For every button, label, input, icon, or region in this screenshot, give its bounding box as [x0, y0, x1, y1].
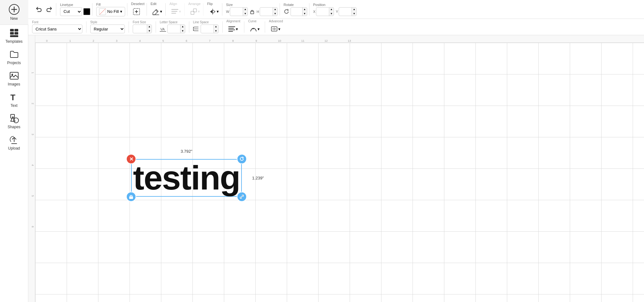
rotate-input[interactable]: 0 ▲▼: [291, 7, 307, 16]
advanced-icon: [270, 25, 278, 33]
svg-rect-6: [14, 32, 18, 35]
position-group: Position X 2.785 ▲▼ Y 4.639 ▲▼: [311, 3, 359, 16]
svg-point-11: [14, 118, 19, 123]
svg-rect-5: [10, 32, 14, 35]
divider-7: [265, 21, 265, 33]
svg-rect-38: [129, 196, 133, 199]
sidebar-item-new[interactable]: New: [0, 0, 28, 25]
undo-redo-group: [32, 3, 56, 16]
arrange-group: Arrange ▾: [186, 3, 203, 16]
svg-rect-23: [251, 11, 254, 14]
flip-label: Flip: [207, 2, 213, 6]
size-w-label: W: [226, 10, 229, 14]
sidebar-item-text[interactable]: T Text: [0, 89, 28, 110]
edit-button[interactable]: ▾: [151, 6, 164, 17]
font-style-group: Style Regular Bold Italic: [90, 20, 125, 33]
font-size-input[interactable]: 72 ▲▼: [133, 25, 152, 33]
lock-handle[interactable]: [126, 192, 136, 202]
arrange-label: Arrange: [188, 2, 201, 6]
svg-text:T: T: [10, 93, 15, 102]
curve-icon: [249, 25, 258, 33]
sidebar-item-projects-label: Projects: [7, 61, 21, 65]
sidebar-item-upload[interactable]: Upload: [0, 132, 28, 153]
undo-button[interactable]: [34, 5, 43, 14]
line-space-group: Line Space 1.2 ▲▼: [193, 20, 219, 33]
font-style-select[interactable]: Regular Bold Italic: [90, 25, 125, 33]
font-family-label: Font: [32, 20, 82, 24]
sidebar-item-shapes-label: Shapes: [8, 125, 20, 129]
size-h-input[interactable]: 1.239 ▲▼: [260, 7, 278, 16]
position-y-label: Y: [336, 10, 338, 14]
edit-group: Edit ▾: [149, 3, 166, 16]
undo-icon: [35, 6, 42, 13]
width-dimension-label: 3.792": [180, 149, 192, 154]
position-y-input[interactable]: 4.639 ▲▼: [339, 7, 357, 16]
fill-icon: [99, 8, 106, 15]
rotate-handle-icon: [239, 156, 245, 162]
letter-space-group: Letter Space VA 1.2 ▲▼: [160, 20, 185, 33]
linetype-color-swatch[interactable]: [83, 8, 90, 15]
fill-label: Fill: [96, 3, 101, 6]
linetype-select[interactable]: Cut Draw Score: [60, 7, 82, 16]
sidebar-item-shapes[interactable]: Shapes: [0, 110, 28, 132]
plus-circle-icon: [8, 4, 20, 15]
rotate-group: Rotate 0 ▲▼: [282, 3, 309, 16]
size-h-label: H: [257, 10, 259, 14]
position-label: Position: [313, 3, 325, 7]
size-lock-icon: [250, 9, 255, 14]
svg-rect-3: [10, 29, 14, 31]
size-w-input[interactable]: 3.792 ▲▼: [230, 7, 248, 16]
svg-rect-8: [10, 72, 18, 79]
curve-button[interactable]: ▾: [248, 24, 261, 34]
svg-text:VA: VA: [160, 27, 165, 31]
advanced-group: Advanced ▾: [269, 19, 283, 34]
advanced-button[interactable]: ▾: [269, 24, 282, 34]
sidebar-item-templates[interactable]: Templates: [0, 25, 28, 46]
alignment-button[interactable]: ▾: [226, 24, 239, 34]
rotate-handle[interactable]: [237, 154, 247, 164]
deselect-button[interactable]: [131, 6, 142, 17]
sidebar-item-images[interactable]: Images: [0, 68, 28, 89]
arrange-icon: [190, 8, 198, 16]
deselect-label: Deselect: [131, 2, 145, 6]
arrange-button[interactable]: ▾: [188, 6, 201, 17]
folder-icon: [9, 49, 19, 59]
delete-handle[interactable]: ✕: [126, 154, 136, 164]
canvas-area[interactable]: ✕ 3.792" testing 1.239": [35, 43, 644, 302]
divider-1: [86, 21, 86, 33]
line-space-icon: [193, 26, 199, 32]
svg-rect-7: [10, 35, 18, 37]
sidebar-item-images-label: Images: [8, 82, 20, 86]
align-button[interactable]: ▾: [169, 6, 182, 17]
font-family-group: Font Cricut Sans: [32, 20, 82, 33]
upload-icon: [9, 135, 19, 145]
sidebar-item-projects[interactable]: Projects: [0, 46, 28, 68]
canvas-text[interactable]: testing: [133, 161, 240, 195]
text-element[interactable]: ✕ 3.792" testing 1.239": [131, 159, 242, 197]
selection-box[interactable]: testing: [131, 159, 242, 197]
templates-icon: [9, 28, 19, 38]
font-size-group: Font Size 72 ▲▼: [133, 20, 152, 33]
redo-icon: [46, 6, 53, 13]
flip-icon: [208, 8, 217, 16]
divider-4: [189, 21, 189, 33]
align-group: Align ▾: [168, 3, 185, 16]
scale-handle-icon: [239, 194, 245, 200]
line-space-input[interactable]: 1.2 ▲▼: [201, 25, 219, 33]
lock-handle-icon: [129, 194, 134, 199]
font-family-select[interactable]: Cricut Sans: [32, 25, 82, 33]
scale-handle[interactable]: [237, 192, 247, 202]
height-dimension-label: 1.239": [252, 176, 264, 180]
alignment-icon: [228, 25, 236, 33]
rotate-label: Rotate: [284, 3, 294, 7]
redo-button[interactable]: [45, 5, 54, 14]
shapes-icon: [9, 113, 19, 124]
sidebar-item-new-label: New: [10, 16, 18, 21]
letter-space-label: Letter Space: [160, 20, 185, 24]
flip-button[interactable]: ▾: [207, 6, 220, 17]
position-x-input[interactable]: 2.785 ▲▼: [316, 7, 334, 16]
fill-button[interactable]: No Fill ▾: [96, 7, 125, 16]
font-style-label: Style: [90, 20, 125, 24]
linetype-group: Linetype Cut Draw Score: [58, 3, 92, 16]
letter-space-input[interactable]: 1.2 ▲▼: [167, 25, 185, 33]
